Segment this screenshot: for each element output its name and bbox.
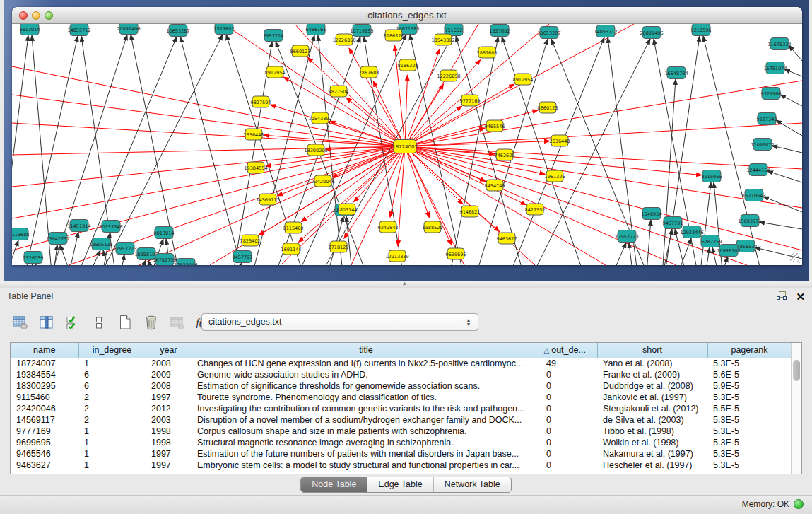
graph-node[interactable]: 2718129	[329, 241, 349, 252]
node-attribute-table[interactable]: namein_degreeyeartitle△out_de...shortpag…	[10, 342, 802, 474]
graph-node[interactable]: 7462620	[495, 149, 515, 160]
graph-node[interactable]: 2536448	[244, 129, 264, 140]
graph-node[interactable]: 15751074	[763, 62, 787, 74]
graph-node[interactable]: 9227343	[757, 113, 777, 125]
table-row[interactable]: 946362711997Embryonic stem cells: a mode…	[11, 460, 792, 471]
table-cell[interactable]: 5.9E-5	[707, 380, 792, 392]
graph-node[interactable]: 17957223	[113, 243, 136, 255]
column-header-short[interactable]: short	[597, 343, 707, 358]
graph-node[interactable]: 2867608	[359, 66, 379, 78]
table-cell[interactable]: 1997	[146, 392, 192, 403]
table-cell[interactable]: 1	[78, 437, 146, 448]
table-row[interactable]: 1456911722003Disruption of a novel membe…	[11, 414, 792, 426]
table-cell[interactable]: 1998	[146, 437, 192, 448]
table-row[interactable]: 911546021997Tourette syndrome. Phenomeno…	[11, 392, 792, 403]
table-cell[interactable]: 0	[541, 380, 597, 392]
table-cell[interactable]: Investigating the contribution of common…	[192, 403, 541, 414]
graph-node[interactable]: 9329966	[761, 88, 782, 100]
graph-node[interactable]: 12923446	[680, 226, 703, 238]
table-cell[interactable]: 2008	[146, 380, 192, 392]
table-cell[interactable]: 5.3E-5	[707, 426, 792, 437]
table-cell[interactable]: 0	[541, 392, 597, 403]
graph-node[interactable]: 16782759	[698, 235, 722, 247]
table-cell[interactable]: 2009	[146, 369, 192, 380]
delete-table-icon[interactable]	[141, 312, 162, 333]
table-cell[interactable]: 6	[78, 380, 146, 392]
graph-node[interactable]: 18724007	[392, 140, 418, 153]
graph-node[interactable]: 8454749	[485, 180, 505, 191]
table-cell[interactable]: 9115460	[11, 392, 78, 403]
table-cell[interactable]: 2012	[146, 403, 192, 414]
graph-node[interactable]: 20891406	[640, 27, 663, 39]
graph-node[interactable]: 7825402	[240, 235, 261, 246]
graph-node[interactable]: 10719155	[350, 25, 373, 37]
table-cell[interactable]: 14569117	[11, 414, 78, 426]
graph-node[interactable]: 1527602	[214, 24, 235, 35]
graph-node[interactable]: 8912954	[513, 74, 534, 85]
column-header-name[interactable]: name	[11, 343, 78, 358]
table-cell[interactable]: Nakamura et al. (1997)	[597, 448, 707, 460]
table-cell[interactable]: de Silva et al. (2003)	[597, 414, 707, 426]
network-window[interactable]: citations_edges.txt 88130141405571220891…	[12, 7, 802, 265]
table-cell[interactable]: 1997	[146, 460, 192, 471]
table-row[interactable]: 1872400712008Changes of HCN gene express…	[11, 358, 792, 369]
graph-node[interactable]: 10653287	[166, 25, 189, 37]
resize-grip[interactable]	[790, 253, 800, 263]
table-cell[interactable]: 9777169	[11, 426, 78, 437]
graph-node[interactable]: 8660123	[290, 45, 311, 57]
graph-node[interactable]: 13505135	[89, 238, 112, 250]
graph-node[interactable]: 17957223	[615, 230, 638, 243]
window-titlebar[interactable]: citations_edges.txt	[12, 7, 802, 24]
table-cell[interactable]: 1	[78, 358, 146, 369]
graph-node[interactable]: 12444154	[746, 164, 770, 176]
table-cell[interactable]: Embryonic stem cells: a model to study s…	[192, 460, 541, 471]
graph-node[interactable]: 14569117	[256, 194, 279, 205]
import-table-icon[interactable]	[167, 312, 188, 333]
close-panel-icon[interactable]: ✕	[796, 292, 805, 302]
tab-edge-table[interactable]: Edge Table	[367, 477, 433, 492]
table-cell[interactable]: 0	[541, 403, 597, 414]
table-cell[interactable]: Dudbridge et al. (2008)	[597, 380, 707, 392]
table-cell[interactable]: Jankovic et al. (1997)	[597, 392, 707, 403]
table-cell[interactable]: Genome-wide association studies in ADHD.	[192, 369, 541, 380]
graph-node[interactable]: 11675334	[767, 38, 791, 50]
graph-node[interactable]: 10653287	[537, 27, 560, 39]
graph-node[interactable]: 9777169	[460, 95, 481, 106]
graph-node[interactable]: 10543392	[308, 112, 331, 124]
graph-node[interactable]: 8427552	[525, 204, 546, 215]
graph-node[interactable]: 9827504	[251, 96, 271, 107]
column-header-pagerank[interactable]: pagerank	[707, 343, 792, 358]
unselect-all-icon[interactable]	[88, 312, 110, 333]
graph-node[interactable]: 12213339	[385, 250, 408, 262]
graph-node[interactable]: 12093872	[751, 139, 774, 151]
table-cell[interactable]: 5.5E-5	[707, 403, 792, 414]
close-window-button[interactable]	[19, 11, 28, 20]
table-cell[interactable]: 1	[78, 426, 146, 437]
table-cell[interactable]: 1998	[146, 426, 192, 437]
table-cell[interactable]: 0	[541, 460, 597, 471]
zoom-window-button[interactable]	[45, 11, 53, 20]
table-cell[interactable]: Stergiakouli et al. (2012)	[597, 403, 707, 414]
table-cell[interactable]: 2	[78, 392, 146, 403]
table-cell[interactable]: Corpus callosum shape and size in male p…	[192, 426, 541, 437]
table-cell[interactable]: 5.3E-5	[707, 437, 792, 448]
table-row[interactable]: 946554611997Estimation of the future num…	[11, 448, 792, 460]
graph-node[interactable]: 22420046	[311, 175, 334, 187]
table-settings-icon[interactable]	[10, 312, 31, 333]
table-cell[interactable]: 6	[78, 369, 146, 380]
table-cell[interactable]: 1	[78, 448, 146, 460]
table-cell[interactable]: Yano et al. (2008)	[597, 358, 707, 369]
graph-node[interactable]: 12226058	[437, 70, 460, 81]
graph-node[interactable]: 9827504	[329, 86, 349, 97]
graph-node[interactable]: 8813014	[20, 24, 40, 35]
graph-node[interactable]: 2867608	[477, 47, 498, 58]
table-cell[interactable]: 9699695	[11, 437, 78, 448]
table-cell[interactable]: 1	[78, 460, 146, 471]
graph-node[interactable]: 9463627	[497, 233, 517, 244]
graph-node[interactable]: 7957224	[264, 30, 284, 42]
table-row[interactable]: 2242004622012Investigating the contribut…	[11, 403, 792, 414]
column-visibility-icon[interactable]	[36, 312, 57, 333]
table-cell[interactable]: 1997	[146, 448, 192, 460]
new-table-icon[interactable]	[114, 312, 136, 333]
table-cell[interactable]: Franke et al. (2009)	[597, 369, 707, 380]
